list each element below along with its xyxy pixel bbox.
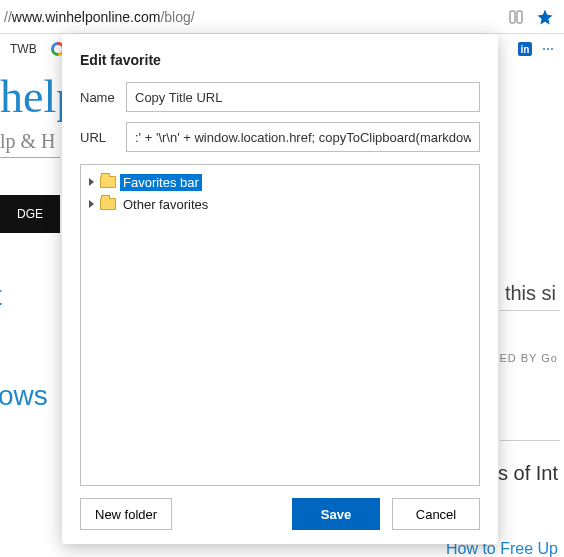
tree-label: Other favorites [120, 196, 211, 213]
tree-label: Favorites bar [120, 174, 202, 191]
url-label: URL [80, 130, 126, 145]
svg-rect-0 [510, 11, 515, 23]
reader-mode-icon[interactable] [508, 9, 524, 25]
divider [500, 440, 560, 441]
spacer [184, 498, 280, 530]
edit-favorite-dialog: Edit favorite Name URL Favorites bar Oth… [62, 34, 498, 544]
dialog-title: Edit favorite [80, 52, 480, 68]
divider [500, 310, 560, 311]
more-icon[interactable]: ⋯ [542, 42, 554, 56]
address-url[interactable]: //www.winhelponline.com/blog/ [0, 9, 496, 25]
url-host: www.winhelponline.com [12, 9, 161, 25]
url-prefix: // [4, 9, 12, 25]
url-row: URL [80, 122, 480, 152]
folder-icon [100, 198, 116, 210]
cancel-button[interactable]: Cancel [392, 498, 480, 530]
name-label: Name [80, 90, 126, 105]
linkedin-icon[interactable]: in [518, 42, 532, 56]
expand-caret-icon[interactable] [89, 200, 94, 208]
sidebar-text-2: CED BY Go [491, 352, 559, 364]
favorite-star-icon[interactable] [536, 8, 554, 26]
save-button[interactable]: Save [292, 498, 380, 530]
bookmark-item[interactable]: TWB [10, 42, 37, 56]
folder-icon [100, 176, 116, 188]
name-input[interactable] [126, 82, 480, 112]
tree-item-favorites-bar[interactable]: Favorites bar [89, 171, 471, 193]
sidebar-text-3: s of Int [498, 462, 558, 485]
site-tagline-fragment: lp & H [0, 130, 60, 158]
url-input[interactable] [126, 122, 480, 152]
svg-rect-1 [517, 11, 522, 23]
heading-fragment-2: ows [0, 380, 48, 412]
heading-fragment-1: t [0, 280, 2, 312]
dialog-buttons: New folder Save Cancel [80, 498, 480, 530]
tree-item-other-favorites[interactable]: Other favorites [89, 193, 471, 215]
name-row: Name [80, 82, 480, 112]
expand-caret-icon[interactable] [89, 178, 94, 186]
sidebar-text-1: this si [505, 282, 556, 305]
new-folder-button[interactable]: New folder [80, 498, 172, 530]
address-bar: //www.winhelponline.com/blog/ [0, 0, 564, 34]
nav-bar-fragment: DGE [0, 195, 60, 233]
folder-tree[interactable]: Favorites bar Other favorites [80, 164, 480, 486]
url-path: /blog/ [160, 9, 194, 25]
